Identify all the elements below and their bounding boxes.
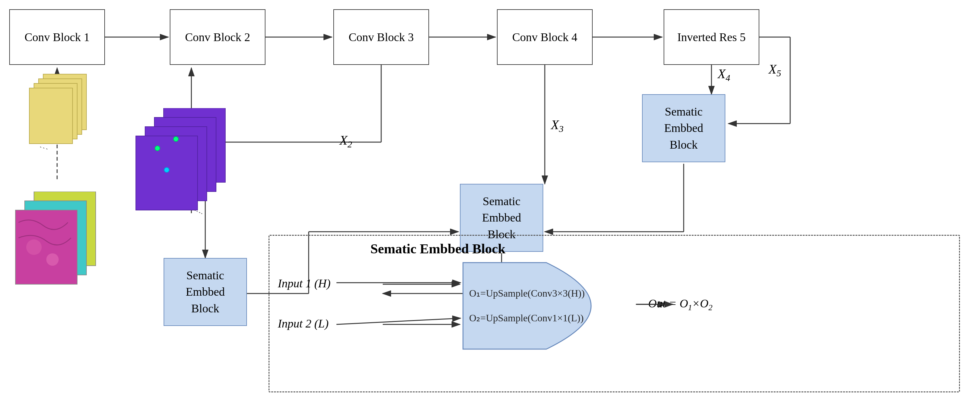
purple-map-stack <box>133 108 232 225</box>
svg-point-43 <box>173 137 178 142</box>
conv-block-1: Conv Block 1 <box>9 9 105 65</box>
inverted-res-5: Inverted Res 5 <box>663 9 759 65</box>
x5-label: X5 <box>768 62 781 78</box>
x2-label: X2 <box>339 133 352 150</box>
svg-point-37 <box>46 253 59 266</box>
color-image-stack <box>9 192 108 309</box>
feature-map-stack <box>25 71 92 158</box>
internal-arrows <box>269 235 960 392</box>
conv-block-2: Conv Block 2 <box>170 9 266 65</box>
sematic-embed-block-1: Sematic Embbed Block <box>164 258 247 326</box>
svg-rect-35 <box>16 210 77 284</box>
x4-label: X4 <box>718 66 730 83</box>
svg-line-46 <box>199 212 202 214</box>
diagram: Conv Block 1 Conv Block 2 Conv Block 3 C… <box>0 0 980 414</box>
svg-rect-41 <box>136 136 197 210</box>
svg-point-44 <box>164 168 169 173</box>
svg-rect-29 <box>29 88 73 144</box>
svg-point-42 <box>155 146 160 151</box>
svg-line-30 <box>40 147 42 148</box>
svg-line-31 <box>43 148 45 149</box>
svg-line-32 <box>46 149 48 150</box>
svg-line-50 <box>336 318 461 324</box>
conv-block-3: Conv Block 3 <box>333 9 429 65</box>
sematic-embed-block-3: Sematic Embbed Block <box>642 94 725 162</box>
svg-point-36 <box>26 240 42 255</box>
conv-block-4: Conv Block 4 <box>497 9 593 65</box>
x3-label: X3 <box>551 117 564 134</box>
